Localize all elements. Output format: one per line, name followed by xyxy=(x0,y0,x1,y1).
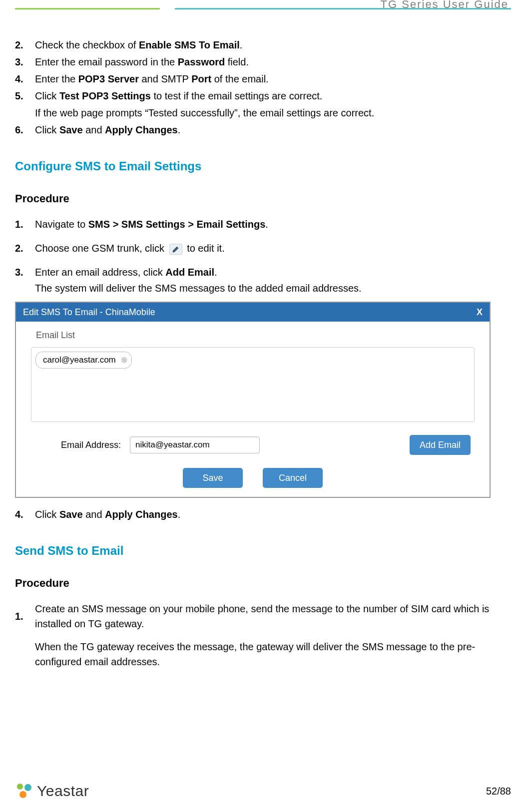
dialog-title: Edit SMS To Email - ChinaMobile xyxy=(23,306,155,319)
edit-icon[interactable] xyxy=(169,244,182,255)
step-number: 1. xyxy=(15,609,35,624)
step-text: Check the checkbox of Enable SMS To Emai… xyxy=(35,37,511,52)
email-list-label: Email List xyxy=(36,329,475,342)
step-text: Navigate to SMS > SMS Settings > Email S… xyxy=(35,217,511,232)
step-number: 2. xyxy=(15,241,35,256)
email-list-box[interactable]: carol@yeastar.com ⊗ xyxy=(31,347,475,422)
step-5-note: If the web page prompts “Tested successf… xyxy=(35,105,511,120)
step-number: 5. xyxy=(15,88,35,103)
proc2-step-1: 1. Create an SMS message on your mobile … xyxy=(15,601,511,669)
yeastar-logo-text: Yeastar xyxy=(37,780,89,802)
proc1-step-2: 2. Choose one GSM trunk, click to edit i… xyxy=(15,241,511,256)
step-text: Click Test POP3 Settings to test if the … xyxy=(35,88,511,103)
dialog-buttons: Save Cancel xyxy=(31,468,475,488)
email-address-input[interactable] xyxy=(130,436,260,453)
step-text: Click Save and Apply Changes. xyxy=(35,122,511,137)
step-1-followup: When the TG gateway receives the message… xyxy=(35,639,511,669)
proc1-step-1: 1. Navigate to SMS > SMS Settings > Emai… xyxy=(15,217,511,232)
step-text: Enter an email address, click Add Email. xyxy=(35,265,511,280)
continued-steps-list-b: 6. Click Save and Apply Changes. xyxy=(15,122,511,137)
step-number: 3. xyxy=(15,265,35,280)
header-accent-green xyxy=(15,8,160,9)
step-text: Choose one GSM trunk, click to edit it. xyxy=(35,241,511,256)
continued-steps-list: 2. Check the checkbox of Enable SMS To E… xyxy=(15,37,511,103)
email-address-row: Email Address: Add Email xyxy=(31,435,475,455)
page-number: 52/88 xyxy=(486,784,511,799)
step-text: Enter the POP3 Server and SMTP Port of t… xyxy=(35,71,511,86)
svg-point-2 xyxy=(19,791,26,798)
cancel-button[interactable]: Cancel xyxy=(263,468,323,488)
step-6: 6. Click Save and Apply Changes. xyxy=(15,122,511,137)
section-send-sms-to-email: Send SMS to Email xyxy=(15,542,511,560)
svg-point-1 xyxy=(24,784,31,791)
step-number: 2. xyxy=(15,37,35,52)
step-3-note: The system will deliver the SMS messages… xyxy=(35,281,511,296)
email-pill-value: carol@yeastar.com xyxy=(43,354,116,367)
step-number: 1. xyxy=(15,217,35,232)
email-pill: carol@yeastar.com ⊗ xyxy=(35,352,132,369)
yeastar-logo: Yeastar xyxy=(15,780,89,802)
step-number: 6. xyxy=(15,122,35,137)
step-4: 4. Enter the POP3 Server and SMTP Port o… xyxy=(15,71,511,86)
yeastar-logo-icon xyxy=(15,782,34,801)
dialog-titlebar: Edit SMS To Email - ChinaMobile X xyxy=(16,303,490,322)
proc1-step-4: 4. Click Save and Apply Changes. xyxy=(15,507,511,522)
procedure-heading: Procedure xyxy=(15,190,511,207)
dialog-close-button[interactable]: X xyxy=(477,307,483,318)
step-text: Create an SMS message on your mobile pho… xyxy=(35,601,511,631)
add-email-button[interactable]: Add Email xyxy=(410,435,471,455)
step-text: Enter the email password in the Password… xyxy=(35,54,511,69)
page-header: TG Series User Guide xyxy=(15,0,511,17)
procedure-heading-2: Procedure xyxy=(15,575,511,591)
document-title: TG Series User Guide xyxy=(381,0,509,12)
dialog-body: Email List carol@yeastar.com ⊗ Email Add… xyxy=(16,322,490,497)
save-button[interactable]: Save xyxy=(183,468,243,488)
remove-email-icon[interactable]: ⊗ xyxy=(121,355,127,365)
proc1-step-3: 3. Enter an email address, click Add Ema… xyxy=(15,265,511,498)
procedure-list-2: 1. Create an SMS message on your mobile … xyxy=(15,601,511,669)
section-configure-sms-email: Configure SMS to Email Settings xyxy=(15,157,511,175)
procedure-list-1: 1. Navigate to SMS > SMS Settings > Emai… xyxy=(15,217,511,522)
step-number: 4. xyxy=(15,71,35,86)
svg-point-0 xyxy=(17,784,23,790)
step-3: 3. Enter the email password in the Passw… xyxy=(15,54,511,69)
step-text: Click Save and Apply Changes. xyxy=(35,507,511,522)
step-2: 2. Check the checkbox of Enable SMS To E… xyxy=(15,37,511,52)
page-footer: Yeastar 52/88 xyxy=(15,780,511,802)
email-address-label: Email Address: xyxy=(61,438,121,452)
page-content: 2. Check the checkbox of Enable SMS To E… xyxy=(15,37,511,678)
step-5: 5. Click Test POP3 Settings to test if t… xyxy=(15,88,511,103)
step-number: 4. xyxy=(15,507,35,522)
step-number: 3. xyxy=(15,54,35,69)
edit-sms-to-email-dialog: Edit SMS To Email - ChinaMobile X Email … xyxy=(15,302,491,498)
